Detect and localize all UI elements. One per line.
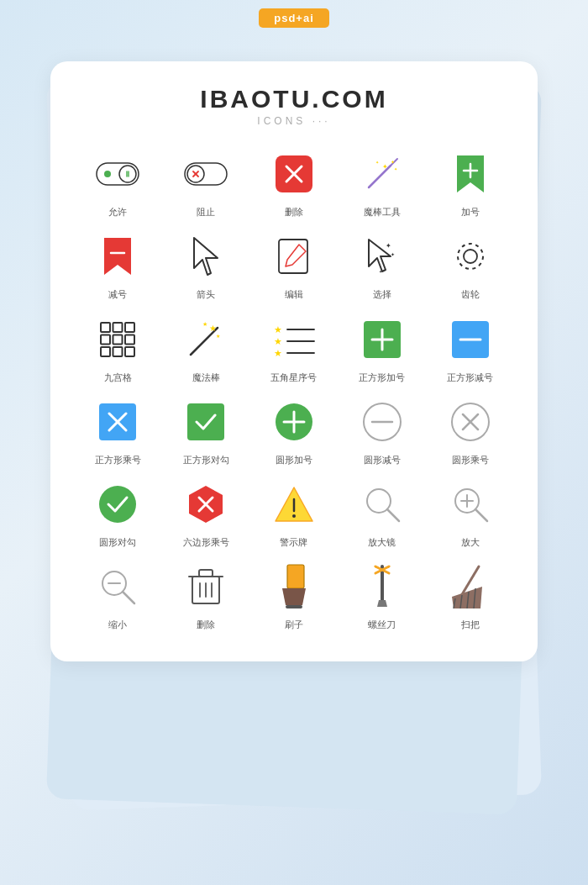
svg-text:★: ★	[216, 334, 220, 339]
circle-add-icon-label: 圆形加号	[276, 454, 312, 466]
magnifier-icon-box	[355, 477, 409, 531]
select-icon: ✦ ✦ ✦ 选择	[339, 229, 424, 300]
svg-text:✦: ✦	[379, 269, 382, 274]
square-check-icon: 正方形对勾	[164, 395, 249, 466]
svg-text:✦: ✦	[394, 166, 397, 171]
square-add-icon-box	[355, 313, 409, 366]
svg-rect-85	[199, 570, 213, 577]
circle-multiply-icon-box	[444, 395, 497, 449]
magic-stick-icon-box: ★ ★ ★	[179, 313, 233, 366]
grid-icon-box	[91, 313, 144, 366]
square-minus-icon-label: 正方形减号	[447, 371, 493, 383]
bookmark-add-icon-label: 加号	[461, 206, 480, 218]
screwdriver-icon-box	[355, 560, 409, 614]
svg-rect-58	[187, 403, 224, 440]
toggle-on-icon-label: 允许	[108, 206, 127, 218]
svg-text:★: ★	[274, 324, 282, 335]
zoom-out-icon-label: 缩小	[108, 619, 127, 630]
top-badge: psd+ai	[259, 8, 329, 28]
svg-rect-89	[287, 565, 304, 588]
warning-icon-box	[267, 477, 321, 531]
svg-text:★: ★	[274, 348, 282, 358]
magnifier-icon-label: 放大镜	[368, 536, 396, 548]
magic-wand-icon-box: ✦ ✦ ✦ ✦	[355, 147, 409, 201]
star-list-icon: ★ ★ ★ 五角星序号	[252, 313, 337, 383]
circle-minus-icon: 圆形减号	[339, 395, 424, 466]
magnifier-icon: 放大镜	[339, 477, 424, 548]
svg-text:✦: ✦	[375, 160, 379, 165]
svg-point-73	[292, 514, 296, 518]
square-minus-icon-box	[444, 313, 497, 366]
svg-rect-36	[125, 335, 134, 344]
magic-wand-icon: ✦ ✦ ✦ ✦ 魔棒工具	[339, 147, 424, 218]
cursor-icon: 箭头	[164, 229, 249, 300]
zoom-out-icon-box	[91, 560, 144, 614]
cursor-icon-box	[179, 229, 233, 283]
delete-x-icon: 删除	[252, 147, 337, 218]
broom-icon-box	[444, 560, 497, 614]
hexagon-multiply-icon-box	[179, 477, 233, 531]
bookmark-minus-icon-box	[91, 229, 144, 283]
square-add-icon-label: 正方形加号	[359, 371, 405, 383]
delete-x-icon-label: 删除	[285, 206, 303, 218]
svg-rect-31	[101, 323, 110, 332]
hexagon-multiply-icon-label: 六边形乘号	[183, 536, 229, 548]
card-title: IBAOTU.COM	[76, 85, 512, 113]
circle-minus-icon-label: 圆形减号	[364, 454, 401, 466]
square-multiply-icon: 正方形乘号	[76, 395, 160, 466]
circle-add-icon-box	[267, 395, 321, 449]
delete-x-icon-box	[267, 147, 321, 201]
bookmark-add-icon: 加号	[428, 147, 512, 218]
circle-minus-icon-box	[355, 395, 409, 449]
broom-icon-label: 扫把	[461, 619, 480, 630]
svg-line-79	[475, 509, 487, 521]
svg-point-67	[99, 486, 136, 523]
broom-icon: 扫把	[428, 560, 512, 630]
grid-icon: 九宫格	[76, 313, 160, 383]
svg-text:★: ★	[274, 336, 282, 346]
svg-rect-38	[113, 347, 123, 356]
main-card: IBAOTU.COM ICONS ··· 允许 阻止 删除 ✦ ✦ ✦ ✦ 魔棒…	[50, 61, 538, 661]
circle-add-icon: 圆形加号	[252, 395, 337, 466]
square-check-icon-box	[179, 395, 233, 449]
svg-rect-91	[286, 605, 302, 608]
select-icon-box: ✦ ✦ ✦	[355, 229, 409, 283]
circle-check-icon: 圆形对勾	[76, 477, 160, 548]
screwdriver-icon-label: 螺丝刀	[368, 619, 396, 630]
svg-point-2	[104, 171, 111, 177]
svg-text:✦: ✦	[391, 160, 395, 165]
magic-wand-icon-label: 魔棒工具	[364, 206, 401, 218]
card-subtitle: ICONS ···	[76, 115, 512, 127]
svg-marker-23	[194, 238, 218, 275]
edit-icon: 编辑	[252, 229, 337, 300]
star-list-icon-box: ★ ★ ★	[267, 313, 321, 366]
grid-icon-label: 九宫格	[104, 371, 132, 383]
zoom-out-icon: 缩小	[76, 560, 160, 630]
square-minus-icon: 正方形减号	[428, 313, 512, 383]
gear-icon: 齿轮	[428, 229, 512, 300]
svg-rect-39	[125, 347, 134, 356]
circle-multiply-icon: 圆形乘号	[428, 395, 512, 466]
svg-rect-33	[125, 323, 134, 332]
select-icon-label: 选择	[373, 288, 391, 300]
icons-grid: 允许 阻止 删除 ✦ ✦ ✦ ✦ 魔棒工具 加号 减号 箭头	[76, 147, 512, 631]
zoom-in-icon-box	[444, 477, 497, 531]
svg-rect-34	[101, 335, 110, 344]
svg-point-30	[458, 244, 483, 269]
svg-point-1	[119, 166, 136, 182]
toggle-off-icon-box	[179, 147, 233, 201]
square-check-icon-label: 正方形对勾	[183, 454, 229, 466]
svg-text:✦: ✦	[386, 242, 391, 250]
bookmark-minus-icon-label: 减号	[108, 288, 127, 300]
svg-rect-35	[113, 335, 123, 344]
screwdriver-icon: 螺丝刀	[339, 560, 424, 630]
hexagon-multiply-icon: 六边形乘号	[164, 477, 249, 548]
warning-icon-label: 警示牌	[280, 536, 307, 548]
circle-check-icon-label: 圆形对勾	[99, 536, 136, 548]
svg-text:✦: ✦	[382, 163, 388, 171]
magic-stick-icon: ★ ★ ★ 魔法棒	[164, 313, 249, 383]
toggle-off-icon-label: 阻止	[197, 206, 215, 218]
svg-line-75	[387, 509, 399, 521]
brush-icon: 刷子	[252, 560, 337, 630]
svg-rect-37	[101, 347, 110, 356]
